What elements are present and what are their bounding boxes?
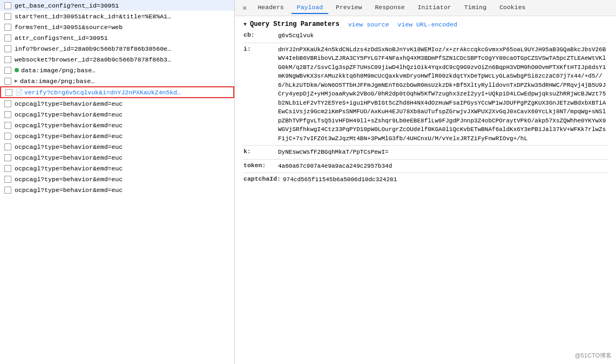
green-dot-icon — [15, 68, 19, 72]
query-string-title: Query String Parameters — [250, 20, 340, 28]
tab-payload[interactable]: Payload — [292, 2, 328, 14]
param-row: cb:g6v5cqlvuk — [243, 31, 607, 40]
list-item-text: data:image/png;base… — [20, 78, 94, 85]
param-label: i: — [243, 45, 276, 52]
param-label: captchaId: — [243, 175, 281, 182]
list-item-checkbox[interactable] — [4, 78, 11, 85]
param-value: 974cd565f11545b6a5006d10dc324281 — [283, 175, 607, 184]
list-item[interactable]: ▶data:image/png;base… — [0, 75, 234, 86]
list-item[interactable]: ocpcagl?type=behavior&emd=euc — [0, 141, 234, 152]
list-item-checkbox[interactable] — [4, 45, 11, 52]
tab-cookies[interactable]: Cookies — [494, 2, 531, 14]
param-row: k:DyNEswcWsfF2BGqhMkaT/PpTCsPewI= — [243, 148, 607, 157]
list-item[interactable]: ocpcagl?type=behavior&emd=euc — [0, 109, 234, 120]
list-item-checkbox[interactable] — [4, 111, 11, 118]
list-item-text: verify?cb=g6v5cqlvuk&i=dnYJ2nPXKaUkZ4n5k… — [24, 89, 181, 96]
list-item[interactable]: ocpcagl?type=behavior&emd=euc — [0, 98, 234, 109]
list-item-text: ocpcagl?type=behavior&emd=euc — [15, 122, 123, 129]
tab-response[interactable]: Response — [369, 2, 410, 14]
param-value: DyNEswcWsfF2BGqhMkaT/PpTCsPewI= — [278, 148, 607, 157]
list-item-text: info?browser_id=28a0b9c566b7878f86b38560… — [15, 45, 171, 52]
list-item-text: start?ent_id=30951&track_id=&title=%E8%A… — [15, 13, 171, 20]
list-item-checkbox[interactable] — [4, 122, 11, 129]
list-item[interactable]: data:image/png;base… — [0, 65, 234, 75]
param-label: token: — [243, 162, 276, 169]
list-item[interactable]: info?browser_id=28a0b9c566b7878f86b38560… — [0, 43, 234, 54]
tab-initiator[interactable]: Initiator — [412, 2, 457, 14]
close-button[interactable]: ✕ — [239, 2, 250, 13]
arrow-icon: ▶ — [15, 78, 18, 84]
list-item-checkbox[interactable] — [4, 143, 11, 150]
tabs-container: HeadersPayloadPreviewResponseInitiatorTi… — [252, 2, 531, 14]
list-item-text: ocpcagl?type=behavior&emd=euc — [15, 143, 123, 150]
watermark: @51CTO博客 — [575, 352, 612, 360]
list-item-checkbox[interactable] — [4, 100, 11, 107]
view-source-link[interactable]: view source — [348, 21, 389, 28]
list-item-checkbox[interactable] — [4, 67, 11, 74]
list-item[interactable]: ocpcagl?type=behavior&emd=euc — [0, 152, 234, 163]
query-header: ▼ Query String Parameters view source vi… — [243, 20, 607, 28]
list-item-checkbox[interactable] — [4, 56, 11, 63]
list-item-checkbox[interactable] — [4, 24, 11, 31]
param-value: dnYJ2nPXKaUkZ4n5kdCNLdzs4zDdSxNoBJnYvK18… — [278, 45, 607, 143]
list-item-text: websocket?browser_id=28a0b9c566b7878f86b… — [15, 56, 171, 63]
param-row: i:dnYJ2nPXKaUkZ4n5kdCNLdzs4zDdSxNoBJnYvK… — [243, 45, 607, 143]
query-section: ▼ Query String Parameters view source vi… — [235, 16, 616, 364]
list-item-checkbox[interactable] — [4, 2, 11, 9]
list-item[interactable]: ocpcagl?type=behavior&emd=euc — [0, 163, 234, 174]
param-row: captchaId:974cd565f11545b6a5006d10dc3242… — [243, 175, 607, 184]
list-item-checkbox[interactable] — [4, 176, 11, 183]
view-url-encoded-link[interactable]: view URL-encoded — [398, 21, 457, 28]
list-item-checkbox[interactable] — [4, 165, 11, 172]
list-item[interactable]: attr_configs?ent_id=30951 — [0, 32, 234, 43]
params-container: cb:g6v5cqlvuki:dnYJ2nPXKaUkZ4n5kdCNLdzs4… — [243, 31, 607, 184]
list-item[interactable]: websocket?browser_id=28a0b9c566b7878f86b… — [0, 54, 234, 65]
list-item-text: attr_configs?ent_id=30951 — [15, 35, 108, 42]
list-item-checkbox[interactable] — [5, 89, 12, 96]
tab-headers[interactable]: Headers — [252, 2, 289, 14]
list-item-text: ocpcagl?type=behavior&emd=euc — [15, 111, 123, 118]
tabs-row: ✕ HeadersPayloadPreviewResponseInitiator… — [235, 0, 616, 16]
list-item-checkbox[interactable] — [4, 35, 11, 42]
param-row: token:4a60a67c907a4e9a9aca249c2957b34d — [243, 162, 607, 171]
list-item-text: forms?ent_id=30951&source=web — [15, 24, 123, 31]
list-item[interactable]: forms?ent_id=30951&source=web — [0, 22, 234, 32]
param-label: cb: — [243, 31, 276, 38]
list-item[interactable]: ocpcagl?type=behavior&emd=euc — [0, 174, 234, 184]
tab-preview[interactable]: Preview — [330, 2, 367, 14]
list-item-text: ocpcagl?type=behavior&emd=euc — [15, 154, 123, 161]
doc-icon: 📄 — [16, 88, 22, 96]
list-item-checkbox[interactable] — [4, 133, 11, 140]
list-item[interactable]: 📄verify?cb=g6v5cqlvuk&i=dnYJ2nPXKaUkZ4n5… — [0, 86, 234, 98]
list-item[interactable]: ocpcagl?type=behavior&emd=euc — [0, 184, 234, 195]
list-item-checkbox[interactable] — [4, 187, 11, 194]
param-label: k: — [243, 148, 276, 155]
list-item[interactable]: ocpcagl?type=behavior&emd=euc — [0, 120, 234, 131]
right-panel: ✕ HeadersPayloadPreviewResponseInitiator… — [235, 0, 616, 364]
list-item-checkbox[interactable] — [4, 13, 11, 20]
list-item[interactable]: get_base_config?ent_id=30951 — [0, 0, 234, 11]
list-item-text: ocpcagl?type=behavior&emd=euc — [15, 187, 123, 194]
list-item-checkbox[interactable] — [4, 154, 11, 161]
param-value: g6v5cqlvuk — [278, 31, 607, 40]
param-value: 4a60a67c907a4e9a9aca249c2957b34d — [278, 162, 607, 171]
list-item-text: get_base_config?ent_id=30951 — [15, 2, 119, 9]
list-item-text: ocpcagl?type=behavior&emd=euc — [15, 100, 123, 107]
list-item-text: ocpcagl?type=behavior&emd=euc — [15, 165, 123, 172]
left-panel: get_base_config?ent_id=30951start?ent_id… — [0, 0, 235, 364]
query-title-row: ▼ Query String Parameters — [243, 20, 340, 28]
list-item-text: ocpcagl?type=behavior&emd=euc — [15, 133, 123, 140]
list-item-text: data:image/png;base… — [21, 67, 96, 74]
triangle-icon: ▼ — [243, 22, 247, 28]
list-item[interactable]: ocpcagl?type=behavior&emd=euc — [0, 131, 234, 141]
tab-timing[interactable]: Timing — [459, 2, 492, 14]
network-list: get_base_config?ent_id=30951start?ent_id… — [0, 0, 234, 364]
list-item-text: ocpcagl?type=behavior&emd=euc — [15, 176, 123, 183]
list-item[interactable]: start?ent_id=30951&track_id=&title=%E8%A… — [0, 11, 234, 22]
